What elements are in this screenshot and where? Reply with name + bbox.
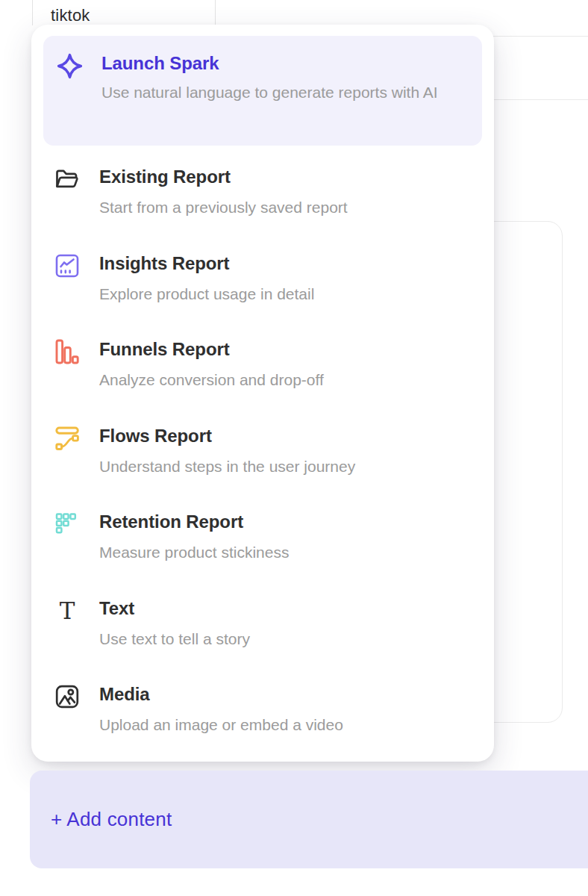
funnel-bars-icon <box>54 338 81 366</box>
open-folder-icon <box>54 166 81 193</box>
menu-item-text: Retention Report Measure product stickin… <box>99 511 289 564</box>
menu-item-label: Media <box>99 683 343 706</box>
menu-item-description: Use natural language to generate reports… <box>101 81 438 104</box>
menu-item-text: Insights Report Explore product usage in… <box>99 252 314 305</box>
flows-icon <box>54 425 81 452</box>
svg-text:T: T <box>60 597 75 624</box>
add-content-button[interactable]: + Add content <box>30 771 588 868</box>
insights-chart-icon <box>54 252 81 280</box>
menu-item-existing-report[interactable]: Existing Report Start from a previously … <box>54 166 482 219</box>
retention-grid-icon <box>54 511 81 538</box>
media-image-icon <box>54 683 81 711</box>
menu-item-retention-report[interactable]: Retention Report Measure product stickin… <box>54 511 482 564</box>
menu-item-flows-report[interactable]: Flows Report Understand steps in the use… <box>54 425 482 478</box>
menu-item-description: Use text to tell a story <box>99 628 250 650</box>
menu-item-text[interactable]: T Text Use text to tell a story <box>54 597 482 650</box>
text-icon: T <box>54 597 81 625</box>
menu-item-funnels-report[interactable]: Funnels Report Analyze conversion and dr… <box>54 338 482 391</box>
menu-item-description: Upload an image or embed a video <box>99 714 343 736</box>
menu-item-text: Media Upload an image or embed a video <box>99 683 343 736</box>
menu-item-label: Funnels Report <box>99 338 324 361</box>
menu-item-launch-spark[interactable]: Launch Spark Use natural language to gen… <box>43 36 482 146</box>
menu-item-description: Explore product usage in detail <box>99 283 314 305</box>
menu-item-text: Funnels Report Analyze conversion and dr… <box>99 338 324 391</box>
menu-item-label: Existing Report <box>99 166 348 188</box>
menu-item-description: Understand steps in the user journey <box>99 455 355 478</box>
spark-icon <box>56 52 84 80</box>
menu-item-label: Launch Spark <box>101 52 438 75</box>
menu-item-label: Insights Report <box>99 252 314 275</box>
background-table-column-border <box>32 0 33 25</box>
menu-item-description: Analyze conversion and drop-off <box>99 369 324 391</box>
background-table-column-border <box>215 0 216 25</box>
menu-item-insights-report[interactable]: Insights Report Explore product usage in… <box>54 252 482 305</box>
menu-item-text: Launch Spark Use natural language to gen… <box>101 52 438 104</box>
menu-item-text: Existing Report Start from a previously … <box>99 166 348 219</box>
menu-item-label: Retention Report <box>99 511 289 533</box>
add-content-label: + Add content <box>51 808 172 831</box>
menu-item-text: Text Use text to tell a story <box>99 597 250 650</box>
menu-item-description: Measure product stickiness <box>99 541 289 564</box>
menu-item-label: Text <box>99 597 250 620</box>
menu-item-text: Flows Report Understand steps in the use… <box>99 425 355 478</box>
background-table-cell-label: tiktok <box>51 6 90 25</box>
add-content-menu: Launch Spark Use natural language to gen… <box>31 25 494 762</box>
menu-item-description: Start from a previously saved report <box>99 196 348 219</box>
menu-item-label: Flows Report <box>99 425 355 447</box>
menu-item-media[interactable]: Media Upload an image or embed a video <box>54 683 482 736</box>
